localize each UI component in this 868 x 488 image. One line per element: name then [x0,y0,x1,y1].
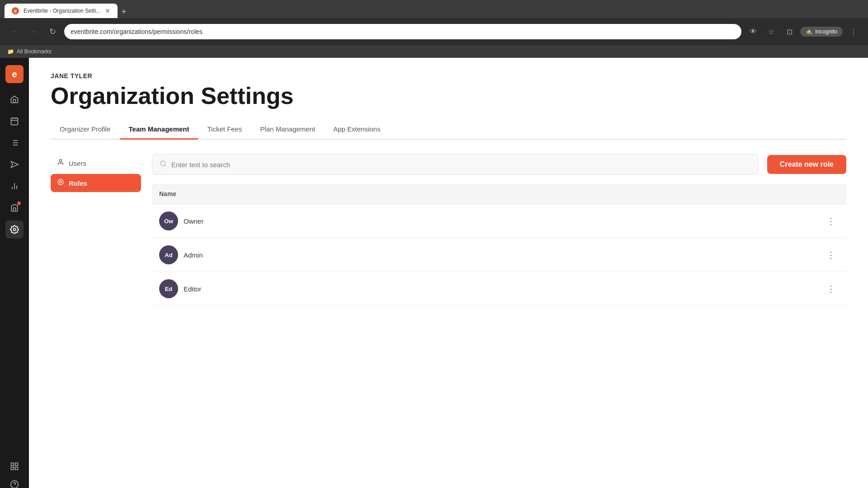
content-area: Users Roles [51,154,846,306]
role-avatar-owner: Ow [159,211,178,230]
editor-more-button[interactable]: ⋮ [823,282,839,296]
table-row: Ad Admin ⋮ [152,238,846,272]
address-bar[interactable]: eventbrite.com/organizations/permissions… [64,24,741,39]
bookmarks-bar: 📁 All Bookmarks [0,45,868,58]
eye-off-icon: 👁 [746,24,760,39]
sidebar: e [0,58,29,488]
table-header: Name [152,184,846,204]
svg-rect-0 [11,118,18,125]
name-column-header: Name [152,184,608,204]
role-cell: Ad Admin [159,245,601,264]
role-name-cell: Ow Owner [152,204,608,238]
sidebar-bottom [5,457,24,488]
sub-sidebar-item-users[interactable]: Users [51,154,141,172]
table-body: Ow Owner ⋮ Ad [152,204,846,306]
panel-header: Create new role [152,154,846,175]
sidebar-item-marketing[interactable] [5,155,24,174]
sidebar-item-finance[interactable] [5,199,24,217]
search-input[interactable] [171,161,750,169]
svg-rect-15 [15,463,18,466]
tab-title: Eventbrite - Organization Setti... [24,8,100,14]
roles-table: Name Ow Owner [152,184,846,306]
finance-badge [17,202,21,205]
role-actions-cell: ⋮ [608,272,846,306]
incognito-label: Incognito [815,28,837,35]
sidebar-item-settings[interactable] [5,221,24,239]
svg-line-24 [165,165,166,166]
sidebar-item-home[interactable] [5,90,24,108]
roles-icon [57,178,64,188]
app-logo[interactable]: e [5,65,24,83]
incognito-icon: 🕵 [806,28,812,35]
owner-more-button[interactable]: ⋮ [823,214,839,228]
browser-chrome: e Eventbrite - Organization Setti... ✕ +… [0,0,868,45]
bookmarks-icon: 📁 [7,48,14,55]
role-name-admin: Admin [184,251,203,259]
svg-point-21 [60,181,61,183]
tabs: Organizer Profile Team Management Ticket… [51,120,846,140]
svg-rect-14 [11,463,14,466]
bookmarks-label: All Bookmarks [17,48,52,55]
tab-ticket-fees[interactable]: Ticket Fees [198,120,251,140]
role-avatar-admin: Ad [159,245,178,264]
browser-actions: 👁 ☆ ⊡ 🕵 Incognito ⋮ [746,24,861,39]
role-avatar-editor: Ed [159,279,178,298]
role-name-owner: Owner [184,217,203,225]
sidebar-item-calendar[interactable] [5,112,24,130]
sidebar-item-grid[interactable] [5,457,24,475]
new-tab-button[interactable]: + [118,5,130,18]
users-icon [57,159,64,168]
table-row: Ed Editor ⋮ [152,272,846,306]
role-name-cell: Ed Editor [152,272,608,306]
actions-column-header [608,184,846,204]
svg-rect-17 [11,467,14,470]
tab-close-button[interactable]: ✕ [105,7,110,14]
sidebar-item-list[interactable] [5,134,24,152]
all-bookmarks[interactable]: 📁 All Bookmarks [7,48,52,55]
sidebar-icon[interactable]: ⊡ [782,24,797,39]
tab-app-extensions[interactable]: App Extensions [324,120,389,140]
role-cell: Ow Owner [159,211,601,230]
sub-sidebar-item-roles[interactable]: Roles [51,174,141,192]
svg-point-13 [14,229,16,231]
sidebar-item-analytics[interactable] [5,177,24,195]
search-box[interactable] [152,154,758,175]
svg-point-18 [11,481,19,488]
tab-favicon: e [12,7,19,14]
tab-plan-management[interactable]: Plan Management [251,120,324,140]
menu-button[interactable]: ⋮ [846,24,861,39]
sub-sidebar-item-users-label: Users [69,160,86,167]
role-name-cell: Ad Admin [152,238,608,272]
app: e JA [0,58,868,488]
main-content: JANE TYLER Organization Settings Organiz… [29,58,868,488]
svg-rect-16 [15,467,18,470]
nav-bar: ← → ↻ eventbrite.com/organizations/permi… [0,18,868,45]
sub-sidebar: Users Roles [51,154,141,306]
forward-button[interactable]: → [26,24,41,39]
sub-sidebar-item-roles-label: Roles [69,179,87,187]
svg-point-23 [160,161,165,166]
back-button[interactable]: ← [7,24,22,39]
role-actions-cell: ⋮ [608,204,846,238]
star-icon[interactable]: ☆ [764,24,778,39]
role-cell: Ed Editor [159,279,601,298]
search-icon [160,160,167,169]
role-name-editor: Editor [184,285,201,293]
create-new-role-button[interactable]: Create new role [767,155,846,174]
tab-organizer-profile[interactable]: Organizer Profile [51,120,120,140]
sidebar-item-help[interactable] [5,475,24,488]
svg-point-20 [59,160,61,162]
main-panel: Create new role Name [152,154,846,306]
role-actions-cell: ⋮ [608,238,846,272]
svg-point-22 [58,179,63,185]
active-tab[interactable]: e Eventbrite - Organization Setti... ✕ [5,4,118,18]
incognito-button[interactable]: 🕵 Incognito [800,27,843,37]
user-name: JANE TYLER [51,72,846,80]
tab-team-management[interactable]: Team Management [120,120,198,140]
refresh-button[interactable]: ↻ [45,24,60,39]
page-title: Organization Settings [51,83,846,109]
tab-bar: e Eventbrite - Organization Setti... ✕ + [0,0,868,18]
admin-more-button[interactable]: ⋮ [823,248,839,262]
table-row: Ow Owner ⋮ [152,204,846,238]
